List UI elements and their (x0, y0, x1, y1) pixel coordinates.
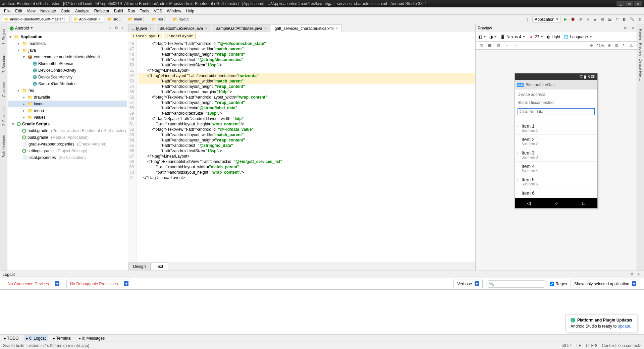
tree-row[interactable]: ⬣build.gradle(Project: android-Bluetooth… (8, 127, 127, 134)
menu-code[interactable]: Code (59, 8, 72, 14)
editor-tab[interactable]: …ty.java× (128, 24, 155, 32)
close-button[interactable]: ✕ (634, 1, 642, 6)
collapse-icon[interactable]: ⊖ (107, 25, 112, 31)
tree-row[interactable]: ▸📁layout (8, 101, 127, 107)
menu-file[interactable]: File (2, 8, 12, 14)
tree-app-root[interactable]: ▾📁 Application (8, 34, 127, 40)
breadcrumb-item[interactable]: 📂 res 〉 (150, 16, 169, 22)
tree-row[interactable]: CDeviceControlActivity (8, 67, 127, 74)
tree-row[interactable]: ▾📁manifests (8, 40, 127, 47)
pan-icon[interactable]: ↔ (504, 43, 510, 48)
search-icon[interactable]: 🔍 (629, 17, 635, 22)
hide-icon[interactable]: ⇥ (629, 25, 635, 31)
editor-tab[interactable]: BluetoothLeService.java× (156, 24, 211, 32)
theme-selector-icon[interactable]: ◑ (489, 35, 497, 39)
code-editor[interactable]: 4647484950515253545556575859606162636465… (128, 40, 475, 262)
tree-row[interactable]: ▸📁values (8, 114, 127, 121)
tree-row[interactable]: CSampleGattAttributes (8, 80, 127, 87)
sdk-button[interactable]: ⬓ (607, 17, 612, 22)
log-level-selector[interactable]: Verbose▾ (453, 280, 483, 288)
hide-icon[interactable]: ⇤ (120, 25, 126, 31)
menu-navigate[interactable]: Navigate (38, 8, 58, 14)
expand-icon[interactable]: ↕ (513, 43, 519, 48)
breadcrumb-item[interactable]: 📂 src 〉 (106, 16, 125, 22)
orientation-selector[interactable]: ◧ (478, 35, 486, 39)
tool-tab[interactable]: 1: Project (1, 27, 6, 46)
view-mode-2[interactable]: ▦ (487, 43, 492, 48)
maximize-button[interactable]: ▭ (625, 1, 633, 6)
layout-button[interactable]: ◫ (637, 17, 642, 22)
tool-tab[interactable]: Captures (1, 81, 6, 99)
view-mode-1[interactable]: ▥ (478, 43, 484, 48)
tool-tab[interactable]: 2: Favorites (1, 105, 6, 127)
menu-refactor[interactable]: Refactor (92, 8, 111, 14)
menu-edit[interactable]: Edit (13, 8, 24, 14)
stop-button[interactable]: ■ (592, 17, 598, 22)
tool-tab[interactable]: 7: Structure (1, 52, 6, 74)
zoom-out-icon[interactable]: ⊖ (589, 43, 594, 48)
breadcrumb-item[interactable]: 📂 main 〉 (126, 16, 149, 22)
tree-row[interactable]: ▾⬣Gradle Scripts (8, 121, 127, 127)
tree-row[interactable]: ▸📁menu (8, 107, 127, 114)
project-view-selector[interactable]: ⬤ Android (9, 26, 33, 31)
gear-icon[interactable]: ⚙ (629, 272, 635, 277)
design-tab-text[interactable]: Text (151, 263, 168, 270)
process-selector[interactable]: No Debuggable Processes▾ (66, 280, 132, 288)
project-tree[interactable]: ▾📁 Application ▾📁manifests▾📁java▾📦com.ex… (7, 32, 128, 271)
editor-tab[interactable]: gatt_services_characteristics.xml× (271, 24, 342, 32)
tool-tab[interactable]: Preview (638, 42, 643, 57)
tree-row[interactable]: 📄gradle-wrapper.properties(Gradle Versio… (8, 141, 127, 148)
close-icon[interactable]: × (149, 26, 152, 31)
bottom-tab[interactable]: ▸ Terminal (51, 335, 73, 341)
tree-row[interactable]: ▸📁drawable (8, 94, 127, 101)
avd-button[interactable]: ▤ (600, 17, 605, 22)
gear-icon[interactable]: ⚙ (114, 25, 119, 31)
preview-canvas[interactable]: ▽ ▮ 8:00 BLE BluetoothLeGatt Device addr… (476, 50, 637, 271)
make-icon[interactable]: ⤴ (525, 17, 530, 22)
menu-tools[interactable]: Tools (138, 8, 151, 14)
structure-button[interactable]: ◧ (622, 17, 627, 22)
bottom-tab[interactable]: ▸ 6: Logcat (24, 335, 48, 341)
breadcrumb-item[interactable]: 📁 Application 〉 (71, 16, 104, 23)
zoom-fit-icon[interactable]: ⊡ (614, 43, 619, 48)
filter-selector[interactable]: Show only selected application▾ (571, 280, 640, 288)
tool-tab[interactable]: Device File ... (638, 57, 643, 82)
menu-build[interactable]: Build (112, 8, 125, 14)
sync-button[interactable]: ⟳ (614, 17, 620, 22)
tree-row[interactable]: ▾📦com.example.android.bluetoothlegatt (8, 54, 127, 60)
menu-vcs[interactable]: VCS (152, 8, 164, 14)
view-mode-3[interactable]: ▧ (496, 43, 501, 48)
tree-row[interactable]: ▾📁java (8, 47, 127, 54)
zoom-in-icon[interactable]: ⊕ (606, 43, 612, 48)
warning-icon[interactable]: ⚠ (629, 43, 634, 48)
menu-view[interactable]: View (25, 8, 38, 14)
device-selector[interactable]: 📱 Nexus 4 (500, 35, 525, 39)
language-selector[interactable]: 🌐 Language (564, 35, 592, 39)
refresh-icon[interactable]: ↻ (621, 43, 627, 48)
close-icon[interactable]: × (205, 26, 207, 31)
run-button[interactable]: ▶ (563, 17, 568, 22)
line-ending[interactable]: LF (577, 343, 581, 348)
update-link[interactable]: update (618, 324, 630, 329)
bottom-tab[interactable]: ▸ 0: Messages (77, 335, 107, 341)
regex-checkbox[interactable]: Regex (550, 282, 567, 286)
tree-row[interactable]: 📄local.properties(SDK Location) (8, 154, 127, 161)
device-selector[interactable]: No Connected Devices▾ (4, 280, 63, 288)
attach-button[interactable]: ⇲ (585, 17, 590, 22)
menu-run[interactable]: Run (126, 8, 137, 14)
theme-selector[interactable]: ◐ Light (547, 35, 560, 39)
close-icon[interactable]: × (336, 26, 338, 31)
editor-tab[interactable]: SampleGattAttributes.java× (212, 24, 270, 32)
minimize-button[interactable]: _ (616, 1, 625, 6)
debug-button[interactable]: 🐞 (570, 17, 576, 22)
tree-row[interactable]: ▾📁res (8, 87, 127, 94)
context[interactable]: Context: <no context> (602, 343, 641, 348)
hide-icon[interactable]: ⇩ (636, 272, 641, 277)
tree-row[interactable]: ⬣build.gradle(Module: Application) (8, 134, 127, 141)
gear-icon[interactable]: ⚙ (623, 25, 628, 31)
close-icon[interactable]: × (264, 26, 267, 31)
menu-analyze[interactable]: Analyze (73, 8, 92, 14)
tree-row[interactable]: ⬣settings.gradle(Project Settings) (8, 148, 127, 154)
code-content[interactable]: <"t-tag">TextView "t-attr">android:id="@… (137, 40, 475, 262)
breadcrumb-item[interactable]: 📂 layout (171, 16, 191, 22)
